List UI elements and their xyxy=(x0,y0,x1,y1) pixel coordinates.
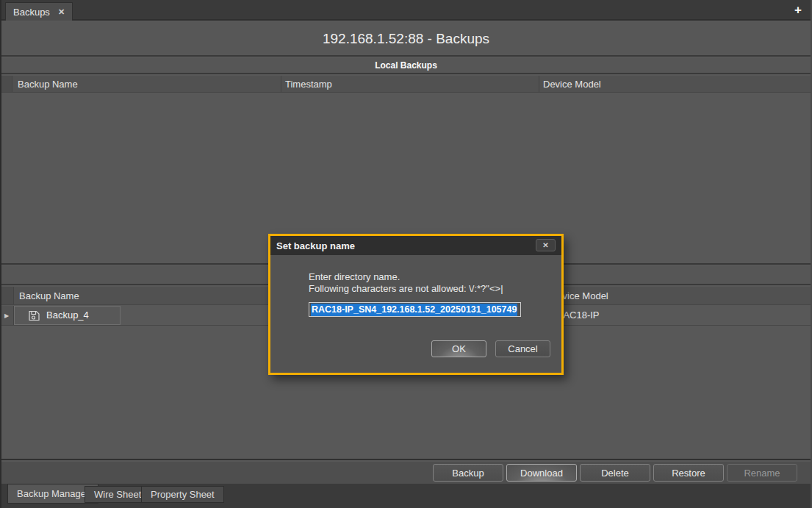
cancel-button[interactable]: Cancel xyxy=(495,340,550,357)
column-separator xyxy=(281,76,281,93)
top-tab-bar: Backups ✕ + xyxy=(1,0,811,21)
dialog-close-icon[interactable]: ✕ xyxy=(536,239,556,251)
dialog-message: Enter directory name.Following character… xyxy=(309,271,503,295)
col-backup-name[interactable]: Backup Name xyxy=(19,290,79,301)
col-device-model[interactable]: Device Model xyxy=(543,79,601,90)
tab-backups[interactable]: Backups ✕ xyxy=(5,2,73,21)
dialog-message-line2: Following characters are not allowed: \/… xyxy=(309,283,503,294)
page-title: 192.168.1.52:88 - Backups xyxy=(323,31,489,47)
dialog-body: Enter directory name.Following character… xyxy=(270,255,561,373)
local-backups-section-header: Local Backups xyxy=(1,58,811,74)
col-backup-name[interactable]: Backup Name xyxy=(18,79,78,90)
tab-close-icon[interactable]: ✕ xyxy=(58,7,65,17)
backup-manager-window: Backups ✕ + 192.168.1.52:88 - Backups Lo… xyxy=(0,0,812,508)
table2-gutter xyxy=(1,287,14,304)
tab-property-sheet[interactable]: Property Sheet xyxy=(141,486,224,503)
tab-backups-label: Backups xyxy=(13,7,50,18)
backup-floppy-icon xyxy=(28,310,40,324)
row-gutter: ▶ xyxy=(1,306,14,325)
table1-gutter xyxy=(1,76,12,92)
ok-button[interactable]: OK xyxy=(431,340,486,357)
rename-button: Rename xyxy=(727,464,797,482)
dialog-title: Set backup name xyxy=(276,240,355,251)
selected-input-text: RAC18-IP_SN4_192.168.1.52_20250131_10574… xyxy=(311,304,517,316)
backup-name-input[interactable]: RAC18-IP_SN4_192.168.1.52_20250131_10574… xyxy=(309,302,521,317)
action-button-bar: Backup Download Delete Restore Rename xyxy=(1,462,811,484)
backup-name-cell[interactable]: Backup_4 xyxy=(46,310,89,321)
local-backups-title: Local Backups xyxy=(375,60,437,71)
local-backups-table-header: Backup Name Timestamp Device Model xyxy=(1,76,811,93)
view-title-band: 192.168.1.52:88 - Backups xyxy=(1,22,811,57)
column-separator xyxy=(539,76,539,93)
backup-button[interactable]: Backup xyxy=(433,464,503,482)
bottom-tab-bar: Backup Manager Wire Sheet Property Sheet xyxy=(1,484,811,508)
dialog-buttons: OK Cancel xyxy=(431,340,550,357)
download-button[interactable]: Download xyxy=(506,464,577,482)
dialog-message-line1: Enter directory name. xyxy=(309,271,400,282)
delete-button[interactable]: Delete xyxy=(580,464,650,482)
restore-button[interactable]: Restore xyxy=(653,464,724,482)
set-backup-name-dialog: Set backup name ✕ Enter directory name.F… xyxy=(268,234,564,375)
dialog-title-bar[interactable]: Set backup name ✕ xyxy=(270,236,561,255)
expand-arrow-icon[interactable]: ▶ xyxy=(4,312,9,319)
add-tab-icon[interactable]: + xyxy=(794,3,802,18)
col-timestamp[interactable]: Timestamp xyxy=(285,79,332,90)
